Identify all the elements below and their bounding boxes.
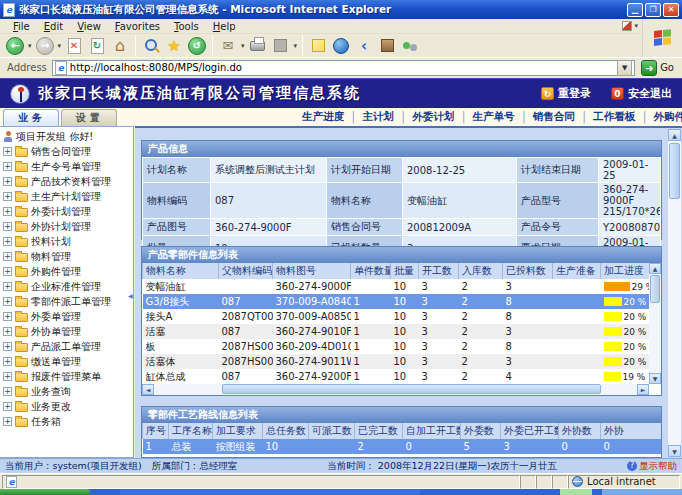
sidebar-item-4[interactable]: +外委计划管理 (0, 204, 133, 219)
expand-icon[interactable]: + (3, 162, 12, 171)
history-icon[interactable]: ↺ (187, 36, 207, 56)
expand-icon[interactable]: + (3, 327, 12, 336)
discuss-icon[interactable] (308, 36, 328, 56)
sidebar-item-11[interactable]: +外委单管理 (0, 309, 133, 324)
expand-icon[interactable]: + (3, 177, 12, 186)
parts-vertical-scrollbar[interactable]: ▲ ▼ (649, 263, 661, 384)
column-header[interactable]: 工序名称 (169, 423, 213, 439)
column-header[interactable]: 物料图号 (273, 263, 351, 279)
mail-dropdown-icon[interactable]: ▾ (241, 42, 245, 50)
menu-item-edit[interactable]: Edit (37, 21, 70, 32)
nav-item-4[interactable]: 销售合同 (533, 110, 575, 124)
table-row[interactable]: 板2087HS002360-209-4D01011032820 % (143, 339, 650, 354)
windows-taskbar[interactable] (0, 489, 682, 495)
sidebar-item-13[interactable]: +产品派工单管理 (0, 339, 133, 354)
brand-mini-icon[interactable]: ▾ (622, 21, 638, 31)
table-row[interactable]: G3/8接头087370-009-A084011032820 % (143, 294, 650, 309)
sidebar-item-3[interactable]: +主生产计划管理 (0, 189, 133, 204)
expand-icon[interactable]: + (3, 267, 12, 276)
column-header[interactable]: 物料名称 (143, 263, 219, 279)
sidebar-collapse-handle[interactable]: ◀ (128, 284, 134, 308)
expand-icon[interactable]: + (3, 222, 12, 231)
menu-item-file[interactable]: File (6, 21, 37, 32)
favorites-icon[interactable]: ★ (164, 36, 184, 56)
table-row[interactable]: 接头A2087QT002370-009-A085011032820 % (143, 309, 650, 324)
sidebar-item-5[interactable]: +外协计划管理 (0, 219, 133, 234)
start-button[interactable] (0, 489, 90, 495)
go-button[interactable]: ➜ Go (635, 60, 680, 76)
menu-item-tools[interactable]: Tools (167, 21, 206, 32)
expand-icon[interactable]: + (3, 252, 12, 261)
table-row[interactable]: 活塞087360-274-9010F11032320 % (143, 324, 650, 339)
expand-icon[interactable]: + (3, 342, 12, 351)
scroll-thumb[interactable] (669, 143, 680, 199)
column-header[interactable]: 生产准备 (553, 263, 601, 279)
column-header[interactable]: 批量 (391, 263, 419, 279)
sidebar-item-15[interactable]: +报废件管理菜单 (0, 369, 133, 384)
column-header[interactable]: 已完工数 (355, 423, 403, 439)
nav-item-2[interactable]: 外委计划 (412, 110, 454, 124)
sidebar-item-1[interactable]: +生产令号单管理 (0, 159, 133, 174)
messenger-people-icon[interactable] (400, 36, 420, 56)
edit-icon[interactable] (271, 36, 291, 56)
address-input[interactable]: e http://localhost:8080/MPS/login.do ▼ (52, 60, 635, 76)
column-header[interactable]: 已投料数 (503, 263, 553, 279)
sidebar-item-6[interactable]: +投料计划 (0, 234, 133, 249)
tab-settings[interactable]: 设置 (61, 109, 117, 126)
research-icon[interactable] (377, 36, 397, 56)
forward-icon[interactable]: → (35, 36, 55, 56)
forward-dropdown-icon[interactable]: ▾ (58, 42, 62, 50)
scroll-thumb[interactable] (650, 275, 660, 303)
scroll-up-icon[interactable]: ▲ (668, 129, 681, 141)
menu-item-favorites[interactable]: Favorites (108, 21, 167, 32)
taskbar-item[interactable] (560, 489, 592, 495)
expand-icon[interactable]: + (3, 207, 12, 216)
msn-icon[interactable] (331, 36, 351, 56)
sidebar-item-17[interactable]: +业务更改 (0, 399, 133, 414)
back-icon[interactable]: ← (5, 36, 25, 56)
close-button[interactable]: ✕ (663, 3, 679, 17)
refresh-icon[interactable]: ↻ (87, 36, 107, 56)
column-header[interactable]: 入库数 (459, 263, 503, 279)
expand-icon[interactable]: + (3, 387, 12, 396)
sidebar-item-2[interactable]: +产品技术资料管理 (0, 174, 133, 189)
column-header[interactable]: 开工数 (419, 263, 459, 279)
column-header[interactable]: 外委数 (461, 423, 501, 439)
column-header[interactable]: 总任务数 (263, 423, 309, 439)
column-header[interactable]: 自加工开工数 (403, 423, 461, 439)
expand-icon[interactable]: + (3, 297, 12, 306)
address-dropdown-icon[interactable]: ▼ (617, 60, 632, 76)
nav-item-6[interactable]: 外购件库存 (653, 110, 682, 124)
nav-item-5[interactable]: 工作看板 (593, 110, 635, 124)
nav-item-1[interactable]: 主计划 (362, 110, 394, 124)
expand-icon[interactable]: + (3, 357, 12, 366)
relogin-button[interactable]: ↻ 重登录 (541, 86, 591, 101)
column-header[interactable]: 外委已开工数 (501, 423, 559, 439)
tab-business[interactable]: 业务 (3, 109, 59, 126)
column-header[interactable]: 加工进度 (601, 263, 650, 279)
scroll-left-icon[interactable]: ◄ (142, 384, 154, 395)
expand-icon[interactable]: + (3, 237, 12, 246)
menu-item-view[interactable]: View (70, 21, 108, 32)
column-header[interactable]: 序号 (143, 423, 169, 439)
nav-item-0[interactable]: 生产进度 (302, 110, 344, 124)
sidebar-item-10[interactable]: +零部件派工单管理 (0, 294, 133, 309)
column-header[interactable]: 加工要求 (213, 423, 263, 439)
show-help-link[interactable]: ? 显示帮助 (627, 460, 677, 473)
parts-horizontal-scrollbar[interactable]: ◄ ► (142, 384, 649, 395)
expand-icon[interactable]: + (3, 147, 12, 156)
scroll-right-icon[interactable]: ► (637, 384, 649, 395)
stop-icon[interactable]: ✕ (64, 36, 84, 56)
minimize-button[interactable]: ▁ (627, 3, 643, 17)
column-header[interactable]: 父物料编码 (219, 263, 273, 279)
menu-item-help[interactable]: Help (206, 21, 243, 32)
scroll-down-icon[interactable]: ▼ (649, 373, 661, 384)
expand-icon[interactable]: + (3, 417, 12, 426)
sidebar-item-7[interactable]: +物料管理 (0, 249, 133, 264)
table-row[interactable]: 活塞体2087HS002360-274-9011W11032320 % (143, 354, 650, 369)
search-icon[interactable] (141, 36, 161, 56)
content-vertical-scrollbar[interactable]: ▲ ▼ (668, 129, 681, 457)
scroll-down-icon[interactable]: ▼ (668, 445, 681, 457)
scroll-thumb[interactable] (222, 384, 601, 394)
table-row[interactable]: 1总装按图组装10205300 (143, 439, 662, 454)
